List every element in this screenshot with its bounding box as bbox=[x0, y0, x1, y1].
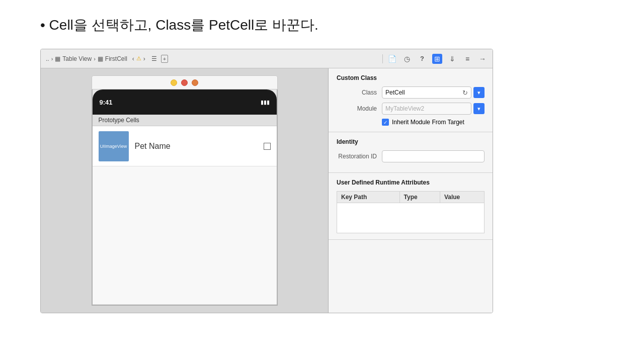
main-content: 9:41 ▮▮▮ Prototype Cells UIImageView Pet… bbox=[41, 68, 493, 313]
window-dot-orange bbox=[192, 79, 198, 86]
first-cell-icon: ▦ bbox=[98, 55, 103, 62]
toolbar-plus-icon[interactable]: + bbox=[161, 55, 168, 63]
file-icon[interactable]: 📄 bbox=[387, 54, 397, 64]
lines-icon[interactable]: ≡ bbox=[462, 54, 472, 64]
breadcrumb-item2: FirstCell bbox=[105, 55, 127, 62]
breadcrumb: .. › ▦ Table View › ▦ FirstCell ‹ ⚠ › ☰ … bbox=[46, 55, 378, 63]
inherit-checkbox[interactable]: ✓ bbox=[382, 119, 389, 126]
window-controls-bar bbox=[92, 75, 278, 89]
col-keypath: Key Path bbox=[337, 192, 400, 203]
phone-time: 9:41 bbox=[100, 99, 113, 106]
class-dropdown-btn[interactable]: ▾ bbox=[473, 87, 485, 98]
restoration-id-row: Restoration ID bbox=[337, 150, 485, 162]
breadcrumb-warning: ⚠ bbox=[136, 55, 141, 62]
clock-icon[interactable]: ◷ bbox=[402, 54, 412, 64]
down-icon[interactable]: ⇓ bbox=[447, 54, 457, 64]
breadcrumb-sep1: › bbox=[51, 56, 53, 62]
refresh-icon[interactable]: ↻ bbox=[462, 89, 468, 97]
inspector-panel: Custom Class Class PetCell ↻ ▾ Module My… bbox=[329, 68, 493, 313]
inherit-module-row: ✓ Inherit Module From Target bbox=[382, 119, 485, 126]
class-label: Class bbox=[337, 89, 377, 96]
inherit-label: Inherit Module From Target bbox=[392, 119, 464, 126]
col-value: Value bbox=[440, 192, 484, 203]
toolbar-list-icon[interactable]: ☰ bbox=[151, 55, 157, 62]
prototype-cells-header: Prototype Cells bbox=[93, 115, 277, 126]
question-icon[interactable]: ? bbox=[417, 54, 427, 64]
phone-status-icons: ▮▮▮ bbox=[261, 99, 270, 106]
identity-section: Identity Restoration ID bbox=[329, 132, 493, 173]
phone-header: 9:41 ▮▮▮ bbox=[93, 89, 277, 115]
class-row: Class PetCell ↻ ▾ bbox=[337, 86, 485, 99]
toolbar-icons: 📄 ◷ ? ⊞ ⇓ ≡ → bbox=[387, 54, 488, 64]
breadcrumb-item1: Table View bbox=[62, 55, 92, 62]
attributes-empty-cell bbox=[337, 203, 485, 233]
cell-right bbox=[264, 143, 271, 150]
phone-notch bbox=[159, 89, 210, 102]
canvas-panel: 9:41 ▮▮▮ Prototype Cells UIImageView Pet… bbox=[41, 68, 329, 313]
restoration-id-label: Restoration ID bbox=[337, 153, 377, 160]
breadcrumb-dots: .. bbox=[46, 55, 49, 62]
restoration-id-input[interactable] bbox=[382, 150, 485, 162]
window-dot-red bbox=[181, 79, 188, 86]
arrow-icon[interactable]: → bbox=[477, 54, 488, 64]
table-view-icon: ▦ bbox=[55, 55, 60, 62]
pet-name-label: Pet Name bbox=[135, 142, 171, 151]
col-type: Type bbox=[399, 192, 440, 203]
module-placeholder-text: MyTableView2 bbox=[385, 105, 424, 112]
table-cell-row: UIImageView Pet Name bbox=[93, 126, 277, 166]
uiimageview-placeholder: UIImageView bbox=[99, 131, 129, 161]
user-defined-section: User Defined Runtime Attributes Key Path… bbox=[329, 173, 493, 240]
phone-body: Prototype Cells UIImageView Pet Name bbox=[93, 115, 277, 305]
breadcrumb-nav-right[interactable]: › bbox=[143, 55, 145, 62]
breadcrumb-sep2: › bbox=[94, 56, 96, 62]
uiimageview-label: UIImageView bbox=[100, 144, 127, 149]
instruction-text: • Cell을 선택하고, Class를 PetCell로 바꾼다. bbox=[40, 15, 604, 35]
class-value: PetCell bbox=[385, 89, 405, 96]
breadcrumb-nav-left[interactable]: ‹ bbox=[132, 55, 134, 62]
window-dot-yellow bbox=[171, 79, 177, 86]
page-container: • Cell을 선택하고, Class를 PetCell로 바꾼다. .. › … bbox=[0, 0, 644, 362]
class-input[interactable]: PetCell ↻ bbox=[382, 86, 471, 99]
toolbar-divider bbox=[382, 54, 383, 63]
grid-icon[interactable]: ⊞ bbox=[432, 54, 442, 64]
module-input[interactable]: MyTableView2 bbox=[382, 103, 471, 115]
cell-accessory-checkbox bbox=[264, 143, 271, 150]
module-label: Module bbox=[337, 105, 377, 112]
identity-title: Identity bbox=[337, 138, 485, 145]
custom-class-section: Custom Class Class PetCell ↻ ▾ Module My… bbox=[329, 68, 493, 132]
empty-cell bbox=[93, 166, 277, 305]
toolbar: .. › ▦ Table View › ▦ FirstCell ‹ ⚠ › ☰ … bbox=[41, 49, 493, 68]
xcode-window: .. › ▦ Table View › ▦ FirstCell ‹ ⚠ › ☰ … bbox=[40, 49, 493, 313]
user-defined-title: User Defined Runtime Attributes bbox=[337, 179, 485, 186]
instruction-body: Cell을 선택하고, Class를 PetCell로 바꾼다. bbox=[49, 17, 318, 33]
attributes-empty-row bbox=[337, 203, 485, 233]
module-dropdown-btn[interactable]: ▾ bbox=[473, 103, 485, 114]
attributes-table: Key Path Type Value bbox=[337, 191, 485, 233]
bullet: • bbox=[40, 17, 45, 33]
phone-mockup: 9:41 ▮▮▮ Prototype Cells UIImageView Pet… bbox=[92, 89, 278, 306]
module-row: Module MyTableView2 ▾ bbox=[337, 103, 485, 115]
custom-class-title: Custom Class bbox=[337, 74, 485, 81]
